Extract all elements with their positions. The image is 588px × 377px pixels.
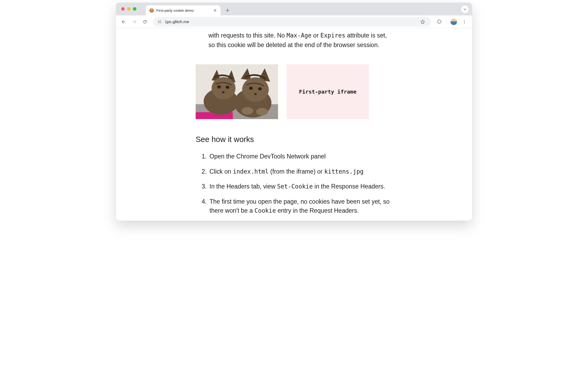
- forward-button[interactable]: [130, 17, 139, 26]
- svg-point-19: [254, 93, 257, 95]
- intro-text: with requests to this site. No: [208, 32, 287, 39]
- svg-point-17: [249, 87, 253, 90]
- step-text: entry in the Request Headers.: [276, 207, 359, 214]
- reload-button[interactable]: [140, 17, 149, 26]
- close-window-button[interactable]: [121, 7, 125, 11]
- intro-code-maxage: Max-Age: [287, 32, 312, 39]
- svg-point-4: [464, 20, 465, 21]
- intro-text: or: [312, 32, 320, 39]
- svg-point-13: [226, 86, 229, 89]
- page-viewport[interactable]: with requests to this site. No Max-Age o…: [116, 28, 472, 221]
- new-tab-button[interactable]: [224, 6, 232, 14]
- back-button[interactable]: [119, 17, 128, 26]
- close-tab-button[interactable]: [213, 8, 217, 12]
- svg-point-5: [464, 21, 465, 22]
- step-code: Set-Cookie: [277, 183, 313, 190]
- steps-list: Open the Chrome DevTools Network panelCl…: [208, 152, 392, 221]
- step-text: (from the iframe) or: [268, 168, 324, 175]
- svg-point-16: [242, 77, 269, 102]
- step-item: Click on index.html (from the iframe) or…: [208, 167, 392, 176]
- svg-point-11: [212, 77, 236, 99]
- minimize-window-button[interactable]: [127, 7, 131, 11]
- svg-point-1: [160, 20, 161, 21]
- step-text: in the Response Headers.: [313, 183, 385, 190]
- profile-avatar[interactable]: [449, 17, 458, 26]
- fullscreen-window-button[interactable]: [133, 7, 136, 11]
- avatar-icon: [450, 18, 457, 25]
- site-info-icon[interactable]: [157, 19, 162, 24]
- step-text: In the Headers tab, view: [209, 183, 277, 190]
- step-item: In the Headers tab, view Set-Cookie in t…: [208, 182, 392, 191]
- cookie-favicon-icon: 🍪: [149, 8, 154, 13]
- page-content: with requests to this site. No Max-Age o…: [196, 31, 392, 221]
- first-party-iframe: First-party iframe: [287, 64, 369, 119]
- toolbar: 1pc.glitch.me: [116, 15, 472, 28]
- address-bar[interactable]: 1pc.glitch.me: [153, 17, 431, 27]
- svg-point-21: [256, 108, 268, 115]
- toolbar-divider: [446, 19, 447, 25]
- bookmark-star-icon[interactable]: [418, 17, 427, 26]
- svg-point-14: [222, 91, 225, 93]
- step-code: kittens.jpg: [324, 168, 364, 175]
- step-text: Click on: [209, 168, 233, 175]
- svg-point-20: [242, 107, 253, 115]
- browser-window: 🍪 First-party cookie demo: [116, 3, 472, 221]
- chrome-menu-button[interactable]: [460, 17, 469, 26]
- step-code: Cookie: [254, 207, 276, 214]
- step-item: Open the Chrome DevTools Network panel: [208, 152, 392, 161]
- kittens-image: [196, 64, 278, 119]
- url-text: 1pc.glitch.me: [165, 19, 415, 24]
- titlebar: 🍪 First-party cookie demo: [116, 3, 472, 15]
- svg-point-18: [258, 87, 262, 90]
- tab-title: First-party cookie demo: [156, 9, 211, 12]
- intro-paragraph: with requests to this site. No Max-Age o…: [208, 31, 392, 50]
- tab-search-button[interactable]: [461, 5, 469, 13]
- step-text: Open the Chrome DevTools Network panel: [209, 153, 326, 160]
- section-heading: See how it works: [196, 135, 392, 144]
- step-code: index.html: [233, 168, 268, 175]
- browser-tab[interactable]: 🍪 First-party cookie demo: [146, 5, 220, 15]
- step-item: The first time you open the page, no coo…: [208, 197, 392, 215]
- svg-point-3: [158, 22, 159, 23]
- iframe-label: First-party iframe: [299, 89, 357, 95]
- intro-code-expires: Expires: [320, 32, 345, 39]
- extensions-icon[interactable]: [435, 17, 444, 26]
- media-row: First-party iframe: [196, 64, 392, 119]
- window-controls: [121, 7, 136, 11]
- svg-point-6: [464, 23, 465, 23]
- svg-point-12: [217, 85, 221, 89]
